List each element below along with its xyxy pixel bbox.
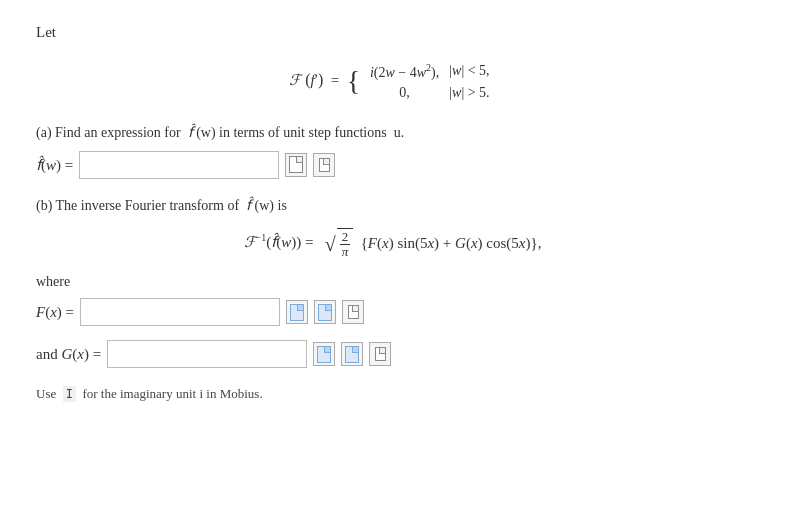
fx-doc-icon-1[interactable]: [286, 300, 308, 324]
main-formula: ℱ (f′) = { i(2w − 4w2), |w| < 5, 0, |w| …: [36, 59, 749, 104]
hint-code: I: [63, 386, 76, 402]
frac-denominator: π: [340, 245, 351, 259]
inv-ft-lhs: ℱ−1(f̂(w)) =: [244, 234, 318, 250]
part-b-label: (b) The inverse Fourier transform of f̂ …: [36, 197, 749, 214]
gx-label: and G(x) =: [36, 346, 101, 363]
f-hat-doc-icon-1[interactable]: [285, 153, 307, 177]
doc-blue-icon-1: [290, 304, 304, 321]
gx-doc-icon-1[interactable]: [313, 342, 335, 366]
doc-blue-icon-3: [317, 346, 331, 363]
doc-small-icon-1: [348, 305, 359, 319]
doc-blue-icon-2: [318, 304, 332, 321]
fraction-2-pi: 2 π: [340, 230, 351, 260]
f-hat-input[interactable]: [79, 151, 279, 179]
sqrt-radical: √: [325, 234, 336, 254]
case-1-value: i(2w − 4w2),: [366, 61, 443, 82]
fx-doc-icon-2[interactable]: [314, 300, 336, 324]
case-1-row: i(2w − 4w2), |w| < 5,: [366, 61, 494, 82]
case-2-row: 0, |w| > 5.: [366, 84, 494, 102]
doc-icon-2: [319, 158, 330, 172]
part-a-section: (a) Find an expression for f̂ (w) in ter…: [36, 124, 749, 179]
fx-label: F(x) =: [36, 304, 74, 321]
fx-input-row: F(x) =: [36, 298, 749, 326]
brace-icon: {: [347, 65, 360, 96]
gx-doc-icon-2[interactable]: [341, 342, 363, 366]
frac-numerator: 2: [340, 230, 351, 245]
doc-blue-icon-4: [345, 346, 359, 363]
sqrt-wrapper: √ 2 π: [325, 228, 354, 261]
part-a-label: (a) Find an expression for f̂ (w) in ter…: [36, 124, 749, 141]
case-2-condition: |w| > 5.: [445, 84, 493, 102]
piecewise-cases: i(2w − 4w2), |w| < 5, 0, |w| > 5.: [364, 59, 496, 104]
gx-input-row: and G(x) =: [36, 340, 749, 368]
case-2-value: 0,: [366, 84, 443, 102]
part-b-section: (b) The inverse Fourier transform of f̂ …: [36, 197, 749, 369]
case-1-condition: |w| < 5,: [445, 61, 493, 82]
let-section: Let: [36, 24, 749, 41]
fx-doc-icon-3[interactable]: [342, 300, 364, 324]
gx-doc-icon-3[interactable]: [369, 342, 391, 366]
f-hat-doc-icon-2[interactable]: [313, 153, 335, 177]
formula-lhs: ℱ (f′) =: [289, 72, 346, 88]
fx-input[interactable]: [80, 298, 280, 326]
inverse-ft-formula: ℱ−1(f̂(w)) = √ 2 π {F(x) sin(5x) + G(x) …: [36, 228, 749, 261]
where-label: where: [36, 274, 749, 290]
sqrt-content: 2 π: [337, 228, 354, 261]
gx-input[interactable]: [107, 340, 307, 368]
hint-section: Use I for the imaginary unit i in Mobius…: [36, 386, 749, 402]
f-hat-label: f̂(w) =: [36, 156, 73, 174]
doc-icon-1: [289, 156, 303, 173]
let-label: Let: [36, 24, 56, 40]
f-hat-input-row: f̂(w) =: [36, 151, 749, 179]
doc-small-icon-2: [375, 347, 386, 361]
